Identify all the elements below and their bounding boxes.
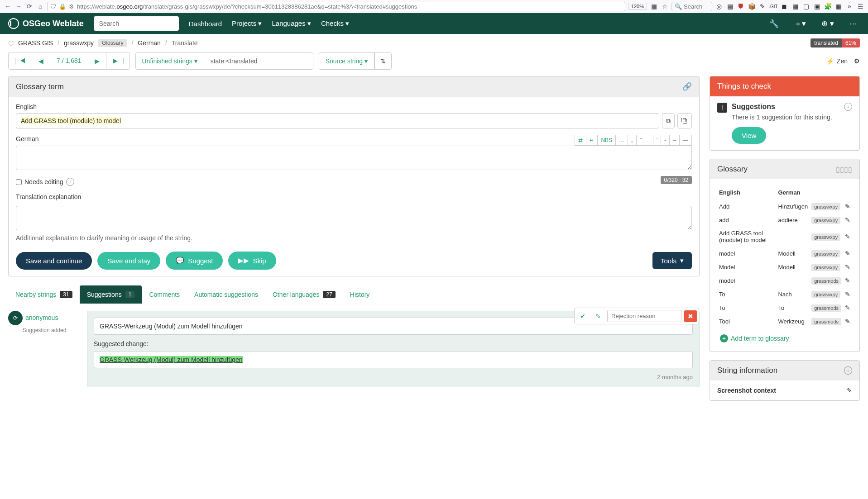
glossary-en: Tool <box>717 314 776 328</box>
tab-other[interactable]: Other languages27 <box>265 285 343 304</box>
glossary-edit-icon[interactable]: ✎ <box>845 233 850 240</box>
save-continue-button[interactable]: Save and continue <box>16 252 92 270</box>
ext-icon-1[interactable]: ◎ <box>715 2 723 10</box>
ext-icon-8[interactable]: ▦ <box>791 2 799 10</box>
zoom-badge[interactable]: 120% <box>628 3 647 10</box>
crumb-language[interactable]: German <box>138 39 161 47</box>
reload-icon[interactable]: ⟳ <box>25 2 34 10</box>
extensions-icon[interactable]: 🧩 <box>824 2 832 10</box>
newline-icon[interactable]: ↵ <box>586 135 598 146</box>
ellipsis-button[interactable]: … <box>615 135 628 146</box>
avatar: ⟳ <box>8 311 23 325</box>
info-icon[interactable]: i <box>66 178 74 186</box>
accept-icon[interactable]: ✔ <box>576 311 589 322</box>
tools-button[interactable]: Tools ▾ <box>652 252 692 269</box>
tab-auto[interactable]: Automatic suggestions <box>187 285 265 304</box>
glossary-header-icons[interactable]: ▯▯▯▯ <box>836 165 852 174</box>
plus-icon[interactable]: ＋▾ <box>791 19 809 29</box>
glossary-edit-icon[interactable]: ✎ <box>845 304 850 311</box>
source-dropdown[interactable]: Source string ▾ <box>319 53 374 69</box>
filter-mode-dropdown[interactable]: Unfinished strings ▾ <box>136 53 204 69</box>
ext-icon-10[interactable]: ▣ <box>813 2 821 10</box>
tab-suggestions[interactable]: Suggestions1 <box>80 285 142 304</box>
prev-button[interactable]: ◀ <box>32 52 50 69</box>
glossary-edit-icon[interactable]: ✎ <box>845 203 850 210</box>
ext-icon-5[interactable]: ✎ <box>758 2 767 10</box>
forward-icon[interactable]: → <box>14 2 23 10</box>
save-stay-button[interactable]: Save and stay <box>97 252 160 270</box>
home-icon[interactable]: ⌂ <box>36 2 44 10</box>
ext-icon-12[interactable]: ▦ <box>834 2 843 10</box>
crumb-project[interactable]: GRASS GIS <box>18 39 53 47</box>
brand[interactable]: OSGeo Weblate <box>8 18 84 29</box>
needs-editing-checkbox[interactable] <box>16 179 22 185</box>
tab-history[interactable]: History <box>343 285 377 304</box>
globe-icon[interactable]: ⊕ ▾ <box>819 19 837 29</box>
glossary-edit-icon[interactable]: ✎ <box>845 216 850 223</box>
ublock-icon[interactable]: ⛊ <box>737 2 745 10</box>
position-count: 7 / 1,681 <box>50 52 88 69</box>
ext-icon-2[interactable]: ▤ <box>726 2 734 10</box>
emdash-button[interactable]: — <box>679 135 692 146</box>
wrench-icon[interactable]: 🔧 <box>767 19 782 29</box>
user-link[interactable]: anonymous <box>25 314 58 321</box>
url-bar[interactable]: 🛡 🔒 ⚙ https://weblate.osgeo.org/translat… <box>47 2 625 11</box>
suggest-button[interactable]: 💬Suggest <box>166 252 223 270</box>
last-button[interactable]: ▶⎹ <box>106 52 129 69</box>
check-info-icon[interactable]: i <box>844 103 852 111</box>
explanation-input[interactable] <box>16 206 692 230</box>
skip-button[interactable]: ▶▶Skip <box>228 252 276 270</box>
string-info-icon[interactable]: i <box>844 366 852 375</box>
crumb-component[interactable]: grasswxpy <box>64 39 94 47</box>
view-button[interactable]: View <box>732 127 766 144</box>
glossary-edit-icon[interactable]: ✎ <box>845 250 850 257</box>
ext-icon-4[interactable]: 📦 <box>748 2 756 10</box>
edit-icon[interactable]: ✎ <box>592 311 604 322</box>
settings-icon[interactable]: ⚙ <box>854 57 860 65</box>
menu-icon[interactable]: ☰ <box>856 2 864 10</box>
tab-comments[interactable]: Comments <box>142 285 187 304</box>
bookmark-icon[interactable]: ☆ <box>661 2 669 10</box>
translation-input[interactable] <box>16 146 692 170</box>
nav-checks[interactable]: Checks ▾ <box>321 19 349 28</box>
permalink-icon[interactable]: 🔗 <box>682 82 692 91</box>
clone-icon[interactable]: ⿻ <box>677 113 692 128</box>
glossary-edit-icon[interactable]: ✎ <box>845 318 850 325</box>
nbs-button[interactable]: NBS <box>597 135 616 146</box>
first-button[interactable]: ⎸◀ <box>9 52 32 69</box>
glossary-edit-icon[interactable]: ✎ <box>845 277 850 284</box>
ext-icon-7[interactable]: ◼ <box>780 2 788 10</box>
ext-icon-6[interactable]: .GIT <box>769 2 777 10</box>
qr-icon[interactable]: ▦ <box>650 2 658 10</box>
zen-button[interactable]: ⚡Zen <box>826 57 848 65</box>
permissions-icon: ⚙ <box>69 3 74 10</box>
nav-dashboard[interactable]: Dashboard <box>189 20 222 28</box>
high-quote-button[interactable]: " <box>636 135 645 146</box>
overflow-icon[interactable]: » <box>845 2 854 10</box>
browser-search[interactable]: 🔍 Search <box>671 2 712 11</box>
single-low-quote-button[interactable]: ‚ <box>645 135 653 146</box>
sort-button[interactable]: ⇅ <box>374 53 391 69</box>
back-icon[interactable]: ← <box>4 2 12 10</box>
rejection-input[interactable] <box>607 310 681 322</box>
endash-button[interactable]: – <box>669 135 680 146</box>
glossary-edit-icon[interactable]: ✎ <box>845 263 850 271</box>
single-high-quote-button[interactable]: ' <box>653 135 661 146</box>
nav-languages[interactable]: Languages ▾ <box>272 19 311 28</box>
next-button[interactable]: ▶ <box>88 52 106 69</box>
reject-button[interactable]: ✖ <box>684 310 697 322</box>
nav-projects[interactable]: Projects ▾ <box>232 19 262 28</box>
low-quote-button[interactable]: „ <box>628 135 637 146</box>
kebab-icon[interactable]: ⋯ <box>847 19 860 29</box>
hyphen-button[interactable]: - <box>661 135 670 146</box>
filter-query[interactable]: state:<translated <box>204 53 313 69</box>
tab-nearby[interactable]: Nearby strings31 <box>8 285 80 304</box>
copy-icon[interactable]: ⧉ <box>662 113 675 128</box>
glossary-source-badge: grasswxpy <box>811 217 840 224</box>
glossary-edit-icon[interactable]: ✎ <box>845 290 850 298</box>
toggle-direction-icon[interactable]: ⇄ <box>575 135 586 146</box>
search-input[interactable] <box>94 16 179 31</box>
ext-icon-9[interactable]: ▢ <box>802 2 810 10</box>
screenshot-edit-icon[interactable]: ✎ <box>847 387 852 394</box>
add-term-button[interactable]: + Add term to glossary <box>717 332 852 345</box>
